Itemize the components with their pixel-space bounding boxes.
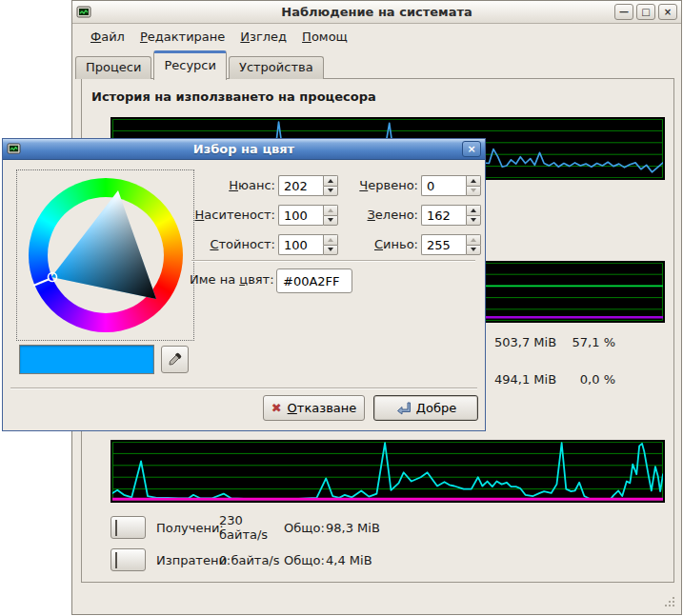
value-label: Стойност: xyxy=(191,234,275,255)
fields-separator xyxy=(191,260,475,262)
received-total-label: Общо: xyxy=(284,521,326,535)
memory-value: 503,7 MiB xyxy=(494,335,556,350)
green-input[interactable] xyxy=(421,205,466,226)
green-spinner xyxy=(421,205,481,226)
hue-increment-button[interactable] xyxy=(323,175,338,186)
color-picker-dialog: Избор на цвят × xyxy=(2,138,486,431)
sent-label: Изпратени: xyxy=(156,553,219,567)
main-window-title: Наблюдение на системата xyxy=(72,5,681,19)
hue-input[interactable] xyxy=(278,175,323,196)
cancel-label: Отказване xyxy=(288,401,357,415)
menu-view[interactable]: Изглед xyxy=(233,28,293,46)
tab-resources[interactable]: Ресурси xyxy=(153,50,227,80)
ok-button[interactable]: Добре xyxy=(373,395,478,421)
network-sent-row: Изпратени: 0 байта/s Общо: 4,4 MiB xyxy=(110,548,372,571)
color-name-label: Име на цвят: xyxy=(190,272,271,287)
red-decrement-button[interactable] xyxy=(466,186,481,197)
value-input[interactable] xyxy=(278,234,323,255)
system-monitor-app-icon xyxy=(76,5,93,20)
close-button[interactable]: × xyxy=(658,4,677,20)
received-label: Получени: xyxy=(156,521,219,535)
saturation-value-triangle[interactable] xyxy=(17,170,193,340)
main-titlebar[interactable]: Наблюдение на системата — □ × xyxy=(72,1,681,24)
dialog-titlebar[interactable]: Избор на цвят × xyxy=(3,139,485,160)
saturation-spinner xyxy=(278,205,338,226)
minimize-icon: — xyxy=(619,8,629,17)
tabstrip: Процеси Ресурси Устройства xyxy=(75,49,326,79)
tab-devices[interactable]: Устройства xyxy=(229,56,324,79)
received-total: 98,3 MiB xyxy=(326,521,380,535)
sent-color-button[interactable] xyxy=(110,548,146,571)
sent-total: 4,4 MiB xyxy=(326,553,372,567)
maximize-icon: □ xyxy=(641,8,650,17)
received-rate: 230 байта/s xyxy=(219,513,284,542)
memory-percent: 57,1 % xyxy=(573,335,615,350)
network-history-chart xyxy=(110,440,665,503)
red-increment-button[interactable] xyxy=(466,175,481,186)
dialog-app-icon xyxy=(7,142,24,157)
swap-percent: 0,0 % xyxy=(580,372,615,387)
close-icon: × xyxy=(664,8,672,17)
eyedropper-button[interactable] xyxy=(161,346,189,373)
blue-input[interactable] xyxy=(421,234,466,255)
hue-marker xyxy=(33,279,50,286)
cancel-button[interactable]: ✖ Отказване xyxy=(263,395,365,421)
memory-legend-row: 503,7 MiB 57,1 % xyxy=(494,335,615,350)
color-wheel-area[interactable] xyxy=(16,169,194,341)
menu-edit[interactable]: Редактиране xyxy=(133,28,231,46)
menu-file[interactable]: Файл xyxy=(84,28,131,46)
swap-legend-row: 494,1 MiB 0,0 % xyxy=(494,372,615,387)
sent-total-label: Общо: xyxy=(284,553,326,567)
blue-decrement-button[interactable] xyxy=(466,245,481,256)
saturation-label: Наситеност: xyxy=(191,205,275,226)
ok-enter-arrow-icon xyxy=(395,401,411,415)
dialog-close-button[interactable]: × xyxy=(462,141,481,157)
value-spinner xyxy=(278,234,338,255)
green-decrement-button[interactable] xyxy=(466,215,481,227)
green-increment-button[interactable] xyxy=(466,205,481,215)
menubar: Файл Редактиране Изглед Помощ xyxy=(72,25,681,49)
value-increment-button[interactable] xyxy=(323,234,338,245)
saturation-input[interactable] xyxy=(278,205,323,226)
cpu-history-heading: История на използването на процесора xyxy=(91,89,376,104)
swap-value: 494,1 MiB xyxy=(494,372,556,387)
color-name-input[interactable] xyxy=(276,268,352,293)
ok-label: Добре xyxy=(416,401,456,415)
hue-spinner xyxy=(278,175,338,196)
blue-label: Синьо: xyxy=(349,234,418,255)
received-color-swatch xyxy=(115,520,117,536)
resize-grip[interactable] xyxy=(664,596,675,607)
saturation-increment-button[interactable] xyxy=(323,205,338,215)
maximize-button[interactable]: □ xyxy=(636,4,655,20)
dialog-close-icon: × xyxy=(467,144,475,154)
menu-help[interactable]: Помощ xyxy=(295,28,354,46)
hue-label: Нюанс: xyxy=(191,175,275,196)
blue-spinner xyxy=(421,234,481,255)
red-input[interactable] xyxy=(421,175,466,196)
color-preview xyxy=(19,345,154,374)
eyedropper-icon xyxy=(167,351,183,368)
network-received-row: Получени: 230 байта/s Общо: 98,3 MiB xyxy=(110,516,380,539)
received-color-button[interactable] xyxy=(110,516,146,539)
value-decrement-button[interactable] xyxy=(323,245,338,256)
sent-color-swatch xyxy=(115,552,117,568)
tab-processes[interactable]: Процеси xyxy=(75,56,151,79)
buttons-separator xyxy=(10,387,477,389)
green-label: Зелено: xyxy=(349,205,418,226)
desktop: Наблюдение на системата — □ × Файл Редак… xyxy=(0,0,683,616)
red-spinner xyxy=(421,175,481,196)
statusbar xyxy=(72,584,681,614)
sent-rate: 0 байта/s xyxy=(219,553,284,567)
cancel-x-icon: ✖ xyxy=(271,402,282,414)
dialog-title: Избор на цвят xyxy=(3,142,485,156)
red-label: Червено: xyxy=(349,175,418,196)
hue-decrement-button[interactable] xyxy=(323,186,338,197)
saturation-decrement-button[interactable] xyxy=(323,215,338,227)
blue-increment-button[interactable] xyxy=(466,234,481,245)
minimize-button[interactable]: — xyxy=(614,4,633,20)
